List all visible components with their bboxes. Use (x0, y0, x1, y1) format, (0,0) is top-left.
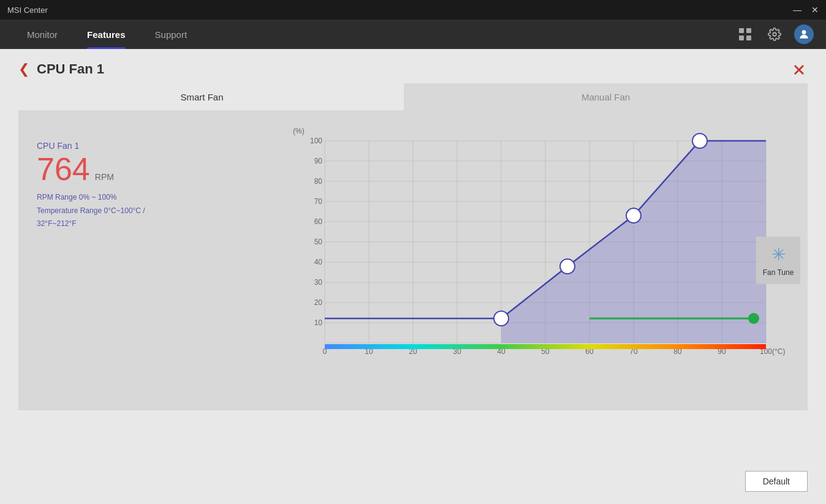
nav-tab-support[interactable]: Support (140, 20, 202, 49)
svg-text:30: 30 (314, 278, 323, 287)
minimize-button[interactable]: — (793, 5, 801, 15)
svg-point-62 (692, 134, 707, 148)
svg-point-61 (626, 208, 641, 223)
navbar: Monitor Features Support (0, 20, 826, 49)
rpm-value: 764 (37, 153, 90, 185)
settings-icon-button[interactable] (765, 24, 784, 44)
fan-tune-label: Fan Tune (763, 268, 794, 277)
svg-rect-2 (739, 36, 744, 40)
snowflake-icon: ✳ (771, 244, 786, 265)
manual-fan-tab[interactable]: Manual Fan (404, 83, 808, 110)
svg-text:70: 70 (314, 197, 323, 206)
page-header: ❮ CPU Fan 1 (0, 49, 826, 83)
svg-text:(%): (%) (293, 127, 305, 135)
chart-container: CPU Fan 1 764 RPM RPM Range 0% ~ 100% Te… (18, 110, 808, 410)
svg-text:10: 10 (314, 318, 323, 327)
fan-tune-button[interactable]: ✳ Fan Tune (756, 237, 800, 284)
back-button[interactable]: ❮ (18, 61, 29, 77)
info-panel: CPU Fan 1 764 RPM RPM Range 0% ~ 100% Te… (37, 141, 159, 231)
svg-text:20: 20 (314, 298, 323, 307)
titlebar-controls: — ✕ (793, 5, 819, 15)
fan-tabs-container: Smart Fan Manual Fan (0, 83, 808, 110)
default-button[interactable]: Default (745, 471, 808, 492)
range-info: RPM Range 0% ~ 100% Temperature Range 0°… (37, 191, 159, 231)
nav-tab-monitor[interactable]: Monitor (12, 20, 72, 49)
svg-rect-54 (325, 344, 766, 349)
svg-point-4 (773, 32, 776, 36)
grid-icon-button[interactable] (735, 24, 755, 44)
main-content: ❮ CPU Fan 1 Smart Fan Manual Fan CPU Fan… (0, 49, 826, 504)
profile-icon-button[interactable] (794, 24, 814, 44)
svg-text:90: 90 (314, 157, 323, 165)
svg-point-58 (748, 313, 759, 324)
nav-tab-features[interactable]: Features (72, 20, 140, 49)
svg-point-5 (802, 30, 806, 34)
svg-rect-0 (739, 28, 744, 33)
svg-text:100: 100 (310, 137, 322, 145)
rpm-unit: RPM (95, 172, 114, 182)
svg-text:50: 50 (314, 238, 323, 246)
fan-chart[interactable]: (%) (153, 122, 746, 380)
app-title: MSI Center (7, 6, 48, 15)
svg-text:40: 40 (314, 258, 323, 266)
close-button[interactable]: ✕ (811, 5, 819, 15)
svg-rect-1 (746, 28, 751, 33)
nav-icons (735, 24, 814, 44)
fan-name-label: CPU Fan 1 (37, 141, 159, 151)
svg-point-59 (494, 311, 509, 326)
titlebar: MSI Center — ✕ (0, 0, 826, 20)
svg-rect-3 (746, 36, 751, 40)
page-title: CPU Fan 1 (37, 61, 104, 77)
svg-text:60: 60 (314, 217, 323, 226)
svg-text:80: 80 (314, 177, 323, 186)
svg-point-60 (560, 259, 575, 274)
page-close-button[interactable] (790, 61, 808, 83)
svg-text:(°C): (°C) (772, 347, 785, 356)
smart-fan-tab[interactable]: Smart Fan (0, 83, 404, 110)
